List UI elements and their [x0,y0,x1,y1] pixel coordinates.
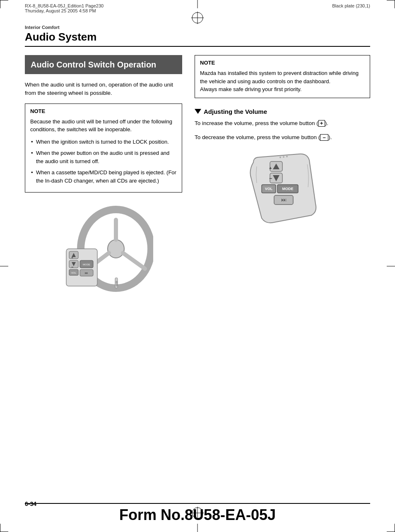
svg-point-39 [279,156,281,158]
svg-text:⏭: ⏭ [281,197,287,203]
intro-text: When the audio unit is turned on, operat… [25,81,182,98]
section-heading: Audio Control Switch Operation [31,59,176,70]
svg-line-10 [123,253,145,269]
triangle-icon [195,109,201,114]
form-number: Form No.8U58-EA-05J [25,503,370,524]
plate-info: Black plate (230,1) [332,3,370,8]
corner-mark-br [387,524,395,532]
corner-mark-bl [0,524,8,532]
svg-text:+: + [269,166,272,171]
svg-text:VOL: VOL [71,272,77,274]
note-box-right: NOTE Mazda has installed this system to … [195,55,370,98]
page-header: RX-8_8U58-EA-05J_Edition1 Page230 Thursd… [25,3,104,13]
svg-point-41 [286,156,288,157]
date-info: Thursday, August 25 2005 4:58 PM [25,8,104,13]
svg-text:−: − [71,265,73,269]
svg-text:MODE: MODE [282,187,294,191]
volume-control-image: VOL MODE ⏭ + − [195,150,370,233]
file-info: RX-8_8U58-EA-05J_Edition1 Page230 [25,3,104,8]
crop-right-center [387,266,395,266]
minus-symbol: – [320,134,328,141]
svg-text:+: + [71,256,73,260]
svg-rect-25 [116,284,118,286]
left-column: Audio Control Switch Operation When the … [25,55,182,294]
plus-symbol: + [318,120,325,127]
bullet-item-3: When a cassette tape/MD/CD being played … [30,169,177,185]
svg-text:MODE: MODE [83,263,90,266]
page-title: Audio System [25,31,370,43]
note-intro-text: Because the audio unit will be turned of… [30,118,177,134]
crop-left-center [0,266,8,266]
right-column: NOTE Mazda has installed this system to … [195,55,370,233]
svg-text:⏭: ⏭ [85,271,88,275]
note-box-left: NOTE Because the audio unit will be turn… [25,104,182,193]
volume-heading: Adjusting the Volume [195,108,370,115]
steering-wheel-image: VOL MODE ⏭ + − [25,199,182,294]
two-col-layout: Audio Control Switch Operation When the … [25,55,370,294]
svg-text:−: − [269,176,272,181]
content-area: Interior Comfort Audio System Audio Cont… [25,25,370,491]
note-label-right: NOTE [200,60,365,66]
section-label: Interior Comfort [25,25,370,30]
crop-bottom-center [198,524,198,532]
volume-control-svg: VOL MODE ⏭ + − [241,150,324,233]
bullet-item-1: When the ignition switch is turned to th… [30,138,177,146]
corner-mark-tl [0,0,8,8]
note-label-left: NOTE [30,108,177,114]
volume-heading-text: Adjusting the Volume [204,108,267,115]
bullet-item-2: When the power button on the audio unit … [30,149,177,165]
volume-decrease-text: To decrease the volume, press the volume… [195,133,370,142]
svg-rect-26 [116,281,118,283]
corner-mark-tr [387,0,395,8]
note-right-text: Mazda has installed this system to preve… [200,69,365,94]
steering-wheel-svg: VOL MODE ⏭ + − [54,199,153,294]
svg-point-7 [108,240,124,258]
reg-circle-top [191,12,204,24]
bullet-list: When the ignition switch is turned to th… [30,138,177,185]
volume-increase-text: To increase the volume, press the volume… [195,119,370,128]
svg-point-40 [283,156,284,158]
title-rule [25,46,370,47]
svg-text:VOL: VOL [265,187,273,191]
section-heading-box: Audio Control Switch Operation [25,55,182,74]
crop-top-center [198,0,198,8]
